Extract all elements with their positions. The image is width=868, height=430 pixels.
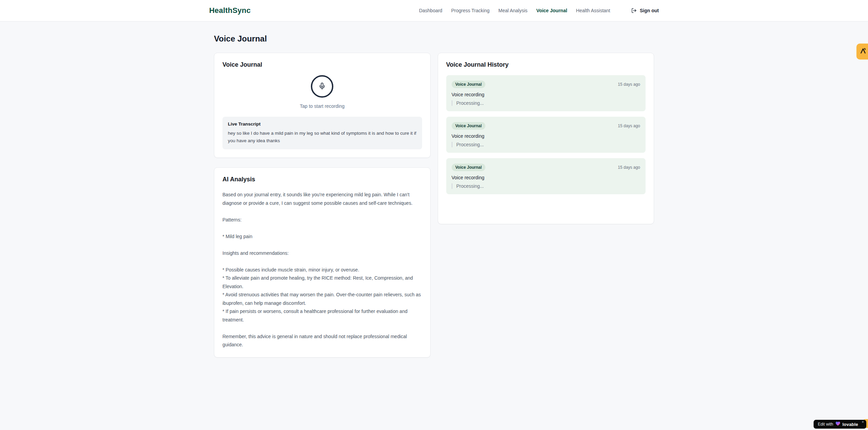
lovable-tab-icon bbox=[859, 47, 867, 56]
ai-analysis-title: AI Analysis bbox=[222, 176, 422, 183]
entry-title: Voice recording bbox=[452, 92, 640, 97]
nav-item-health-assistant[interactable]: Health Assistant bbox=[576, 8, 610, 13]
nav-item-meal-analysis[interactable]: Meal Analysis bbox=[498, 8, 528, 13]
history-entry-header: Voice Journal 15 days ago bbox=[452, 164, 640, 171]
entry-type-badge: Voice Journal bbox=[452, 81, 486, 88]
left-column: Voice Journal Tap to start recording bbox=[214, 53, 431, 358]
history-entry-header: Voice Journal 15 days ago bbox=[452, 81, 640, 88]
entry-status: Processing... bbox=[452, 100, 640, 106]
history-entry[interactable]: Voice Journal 15 days ago Voice recordin… bbox=[446, 117, 646, 153]
history-entry-header: Voice Journal 15 days ago bbox=[452, 122, 640, 130]
history-entry[interactable]: Voice Journal 15 days ago Voice recordin… bbox=[446, 75, 646, 111]
edit-with-lovable-badge[interactable]: Edit with lovable × bbox=[814, 420, 866, 429]
log-out-icon bbox=[631, 8, 637, 13]
nav-item-dashboard[interactable]: Dashboard bbox=[419, 8, 443, 13]
live-transcript-title: Live Transcript bbox=[228, 121, 417, 127]
tap-to-record-hint: Tap to start recording bbox=[300, 103, 345, 109]
live-transcript-text: hey so like I do have a mild pain in my … bbox=[228, 130, 417, 145]
entry-title: Voice recording bbox=[452, 133, 640, 139]
lovable-brand-label: lovable bbox=[842, 422, 858, 427]
ai-analysis-body: Based on your journal entry, it sounds l… bbox=[222, 191, 422, 349]
content-grid: Voice Journal Tap to start recording bbox=[214, 53, 654, 358]
recorder-card-title: Voice Journal bbox=[222, 61, 422, 68]
lovable-heart-icon bbox=[835, 421, 840, 427]
ai-analysis-card: AI Analysis Based on your journal entry,… bbox=[214, 167, 431, 358]
lovable-side-tab[interactable] bbox=[856, 44, 868, 60]
nav-item-progress-tracking[interactable]: Progress Tracking bbox=[451, 8, 489, 13]
sign-out-label: Sign out bbox=[640, 8, 659, 13]
top-navigation-bar: HealthSync Dashboard Progress Tracking M… bbox=[0, 0, 868, 21]
app-logo[interactable]: HealthSync bbox=[209, 6, 251, 15]
live-transcript-box: Live Transcript hey so like I do have a … bbox=[222, 117, 422, 149]
entry-timestamp: 15 days ago bbox=[618, 82, 640, 87]
edit-with-label: Edit with bbox=[818, 422, 833, 427]
recorder-area: Tap to start recording bbox=[222, 75, 422, 109]
sign-out-button[interactable]: Sign out bbox=[631, 8, 659, 13]
header-container: HealthSync Dashboard Progress Tracking M… bbox=[209, 0, 659, 21]
entry-timestamp: 15 days ago bbox=[618, 165, 640, 170]
microphone-icon bbox=[318, 82, 326, 91]
entry-type-badge: Voice Journal bbox=[452, 164, 486, 171]
main-nav: Dashboard Progress Tracking Meal Analysi… bbox=[419, 8, 659, 13]
entry-type-badge: Voice Journal bbox=[452, 122, 486, 130]
history-entry[interactable]: Voice Journal 15 days ago Voice recordin… bbox=[446, 158, 646, 194]
history-list: Voice Journal 15 days ago Voice recordin… bbox=[446, 75, 646, 194]
entry-status: Processing... bbox=[452, 183, 640, 189]
nav-item-voice-journal[interactable]: Voice Journal bbox=[536, 8, 567, 13]
main-content: Voice Journal Voice Journal bbox=[214, 0, 654, 358]
voice-recorder-card: Voice Journal Tap to start recording bbox=[214, 53, 431, 158]
voice-journal-history-card: Voice Journal History Voice Journal 15 d… bbox=[438, 53, 654, 224]
close-icon[interactable]: × bbox=[862, 420, 864, 424]
record-button[interactable] bbox=[311, 75, 333, 98]
entry-title: Voice recording bbox=[452, 175, 640, 180]
entry-timestamp: 15 days ago bbox=[618, 123, 640, 128]
page-title: Voice Journal bbox=[214, 34, 654, 44]
history-card-title: Voice Journal History bbox=[446, 61, 646, 68]
entry-status: Processing... bbox=[452, 142, 640, 147]
